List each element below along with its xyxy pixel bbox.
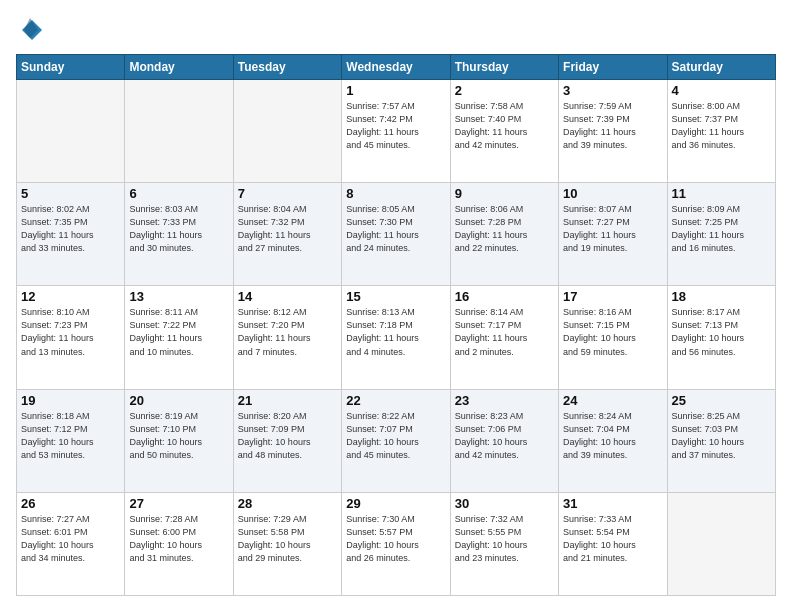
day-number: 4 [672, 83, 771, 98]
calendar-cell: 29Sunrise: 7:30 AM Sunset: 5:57 PM Dayli… [342, 492, 450, 595]
day-number: 22 [346, 393, 445, 408]
day-number: 20 [129, 393, 228, 408]
calendar-cell: 21Sunrise: 8:20 AM Sunset: 7:09 PM Dayli… [233, 389, 341, 492]
page: SundayMondayTuesdayWednesdayThursdayFrid… [0, 0, 792, 612]
day-info: Sunrise: 8:20 AM Sunset: 7:09 PM Dayligh… [238, 410, 337, 462]
day-info: Sunrise: 8:22 AM Sunset: 7:07 PM Dayligh… [346, 410, 445, 462]
calendar-cell: 30Sunrise: 7:32 AM Sunset: 5:55 PM Dayli… [450, 492, 558, 595]
calendar-cell: 26Sunrise: 7:27 AM Sunset: 6:01 PM Dayli… [17, 492, 125, 595]
weekday-header-tuesday: Tuesday [233, 55, 341, 80]
day-number: 12 [21, 289, 120, 304]
week-row-1: 1Sunrise: 7:57 AM Sunset: 7:42 PM Daylig… [17, 80, 776, 183]
day-number: 24 [563, 393, 662, 408]
calendar-cell: 17Sunrise: 8:16 AM Sunset: 7:15 PM Dayli… [559, 286, 667, 389]
weekday-header-friday: Friday [559, 55, 667, 80]
header [16, 16, 776, 44]
day-number: 15 [346, 289, 445, 304]
day-info: Sunrise: 8:04 AM Sunset: 7:32 PM Dayligh… [238, 203, 337, 255]
day-number: 3 [563, 83, 662, 98]
day-number: 30 [455, 496, 554, 511]
day-info: Sunrise: 8:25 AM Sunset: 7:03 PM Dayligh… [672, 410, 771, 462]
day-info: Sunrise: 8:12 AM Sunset: 7:20 PM Dayligh… [238, 306, 337, 358]
day-number: 13 [129, 289, 228, 304]
calendar-cell [667, 492, 775, 595]
calendar-cell: 1Sunrise: 7:57 AM Sunset: 7:42 PM Daylig… [342, 80, 450, 183]
day-info: Sunrise: 7:58 AM Sunset: 7:40 PM Dayligh… [455, 100, 554, 152]
calendar-cell: 4Sunrise: 8:00 AM Sunset: 7:37 PM Daylig… [667, 80, 775, 183]
day-number: 31 [563, 496, 662, 511]
logo [16, 16, 48, 44]
day-number: 9 [455, 186, 554, 201]
day-info: Sunrise: 8:11 AM Sunset: 7:22 PM Dayligh… [129, 306, 228, 358]
weekday-header-wednesday: Wednesday [342, 55, 450, 80]
day-number: 1 [346, 83, 445, 98]
day-info: Sunrise: 7:27 AM Sunset: 6:01 PM Dayligh… [21, 513, 120, 565]
calendar-cell [17, 80, 125, 183]
day-info: Sunrise: 8:18 AM Sunset: 7:12 PM Dayligh… [21, 410, 120, 462]
day-info: Sunrise: 7:59 AM Sunset: 7:39 PM Dayligh… [563, 100, 662, 152]
calendar-cell: 22Sunrise: 8:22 AM Sunset: 7:07 PM Dayli… [342, 389, 450, 492]
day-number: 10 [563, 186, 662, 201]
calendar-cell: 11Sunrise: 8:09 AM Sunset: 7:25 PM Dayli… [667, 183, 775, 286]
calendar-cell: 13Sunrise: 8:11 AM Sunset: 7:22 PM Dayli… [125, 286, 233, 389]
day-info: Sunrise: 8:16 AM Sunset: 7:15 PM Dayligh… [563, 306, 662, 358]
day-info: Sunrise: 8:00 AM Sunset: 7:37 PM Dayligh… [672, 100, 771, 152]
calendar-cell: 18Sunrise: 8:17 AM Sunset: 7:13 PM Dayli… [667, 286, 775, 389]
day-info: Sunrise: 8:14 AM Sunset: 7:17 PM Dayligh… [455, 306, 554, 358]
calendar-cell: 25Sunrise: 8:25 AM Sunset: 7:03 PM Dayli… [667, 389, 775, 492]
day-info: Sunrise: 7:29 AM Sunset: 5:58 PM Dayligh… [238, 513, 337, 565]
calendar-cell: 23Sunrise: 8:23 AM Sunset: 7:06 PM Dayli… [450, 389, 558, 492]
day-info: Sunrise: 8:02 AM Sunset: 7:35 PM Dayligh… [21, 203, 120, 255]
logo-icon [16, 16, 44, 44]
day-info: Sunrise: 8:17 AM Sunset: 7:13 PM Dayligh… [672, 306, 771, 358]
day-number: 16 [455, 289, 554, 304]
day-info: Sunrise: 8:05 AM Sunset: 7:30 PM Dayligh… [346, 203, 445, 255]
day-number: 8 [346, 186, 445, 201]
calendar-cell: 14Sunrise: 8:12 AM Sunset: 7:20 PM Dayli… [233, 286, 341, 389]
calendar-cell: 3Sunrise: 7:59 AM Sunset: 7:39 PM Daylig… [559, 80, 667, 183]
weekday-header-row: SundayMondayTuesdayWednesdayThursdayFrid… [17, 55, 776, 80]
day-number: 21 [238, 393, 337, 408]
day-info: Sunrise: 7:57 AM Sunset: 7:42 PM Dayligh… [346, 100, 445, 152]
week-row-2: 5Sunrise: 8:02 AM Sunset: 7:35 PM Daylig… [17, 183, 776, 286]
calendar-cell: 12Sunrise: 8:10 AM Sunset: 7:23 PM Dayli… [17, 286, 125, 389]
calendar-cell: 15Sunrise: 8:13 AM Sunset: 7:18 PM Dayli… [342, 286, 450, 389]
day-info: Sunrise: 7:32 AM Sunset: 5:55 PM Dayligh… [455, 513, 554, 565]
calendar-cell: 28Sunrise: 7:29 AM Sunset: 5:58 PM Dayli… [233, 492, 341, 595]
day-info: Sunrise: 7:33 AM Sunset: 5:54 PM Dayligh… [563, 513, 662, 565]
day-number: 29 [346, 496, 445, 511]
day-info: Sunrise: 8:24 AM Sunset: 7:04 PM Dayligh… [563, 410, 662, 462]
calendar-cell [233, 80, 341, 183]
day-number: 23 [455, 393, 554, 408]
weekday-header-thursday: Thursday [450, 55, 558, 80]
day-info: Sunrise: 7:30 AM Sunset: 5:57 PM Dayligh… [346, 513, 445, 565]
calendar-cell: 8Sunrise: 8:05 AM Sunset: 7:30 PM Daylig… [342, 183, 450, 286]
day-number: 26 [21, 496, 120, 511]
day-info: Sunrise: 8:03 AM Sunset: 7:33 PM Dayligh… [129, 203, 228, 255]
calendar-cell: 27Sunrise: 7:28 AM Sunset: 6:00 PM Dayli… [125, 492, 233, 595]
calendar-cell: 9Sunrise: 8:06 AM Sunset: 7:28 PM Daylig… [450, 183, 558, 286]
weekday-header-saturday: Saturday [667, 55, 775, 80]
day-number: 6 [129, 186, 228, 201]
day-number: 25 [672, 393, 771, 408]
day-number: 14 [238, 289, 337, 304]
calendar-cell: 6Sunrise: 8:03 AM Sunset: 7:33 PM Daylig… [125, 183, 233, 286]
day-number: 28 [238, 496, 337, 511]
day-number: 27 [129, 496, 228, 511]
day-info: Sunrise: 8:19 AM Sunset: 7:10 PM Dayligh… [129, 410, 228, 462]
day-number: 17 [563, 289, 662, 304]
day-number: 2 [455, 83, 554, 98]
day-number: 7 [238, 186, 337, 201]
calendar-cell: 19Sunrise: 8:18 AM Sunset: 7:12 PM Dayli… [17, 389, 125, 492]
day-info: Sunrise: 8:09 AM Sunset: 7:25 PM Dayligh… [672, 203, 771, 255]
calendar-cell: 10Sunrise: 8:07 AM Sunset: 7:27 PM Dayli… [559, 183, 667, 286]
day-number: 19 [21, 393, 120, 408]
day-number: 5 [21, 186, 120, 201]
day-number: 11 [672, 186, 771, 201]
calendar-cell: 5Sunrise: 8:02 AM Sunset: 7:35 PM Daylig… [17, 183, 125, 286]
calendar-cell: 24Sunrise: 8:24 AM Sunset: 7:04 PM Dayli… [559, 389, 667, 492]
weekday-header-monday: Monday [125, 55, 233, 80]
calendar-cell: 7Sunrise: 8:04 AM Sunset: 7:32 PM Daylig… [233, 183, 341, 286]
calendar-cell: 2Sunrise: 7:58 AM Sunset: 7:40 PM Daylig… [450, 80, 558, 183]
day-info: Sunrise: 8:06 AM Sunset: 7:28 PM Dayligh… [455, 203, 554, 255]
